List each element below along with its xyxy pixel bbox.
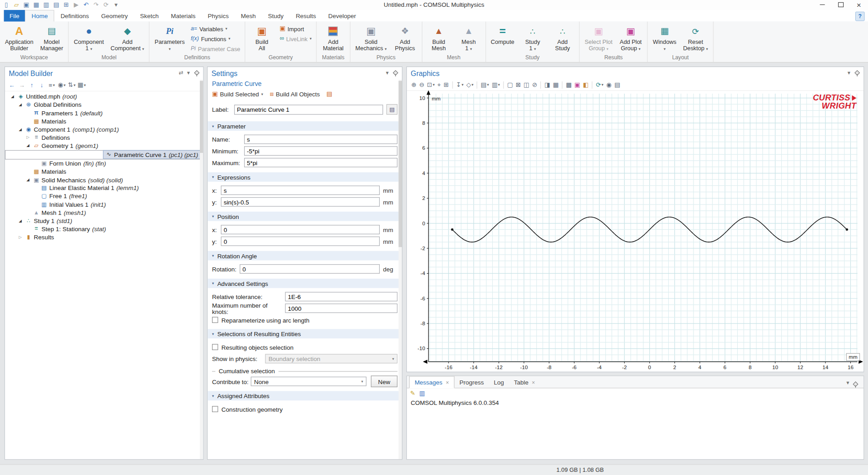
position-y-input[interactable] bbox=[221, 237, 380, 246]
menu-tab-sketch[interactable]: Sketch bbox=[134, 10, 165, 21]
tree-item-global-definitions[interactable]: ◢⊕Global Definitions bbox=[5, 101, 203, 109]
zoom-in-icon[interactable]: ⊕ bbox=[410, 80, 417, 90]
close-button[interactable]: × bbox=[850, 0, 868, 10]
move-up-icon[interactable]: ↑ bbox=[28, 81, 36, 90]
add-component-button[interactable]: ◆AddComponent ▾ bbox=[108, 23, 147, 54]
panel-menu-icon[interactable]: ▾ bbox=[386, 71, 388, 76]
parameter-maximum-input[interactable] bbox=[244, 158, 397, 167]
build-all-objects-button[interactable]: ⧈Build All Objects bbox=[270, 90, 320, 97]
parameter-case-button[interactable]: PiParameter Case bbox=[189, 44, 242, 53]
rotation-angle-rotation-input[interactable] bbox=[240, 264, 380, 274]
tab-close-icon[interactable]: × bbox=[446, 379, 449, 385]
section-header-position[interactable]: ▾Position bbox=[208, 212, 402, 221]
tree-item-step-1-stationary[interactable]: =Step 1: Stationary(stat) bbox=[5, 225, 203, 233]
move-down-icon[interactable]: ↓ bbox=[38, 81, 46, 90]
model-manager-button[interactable]: ▤ModelManager bbox=[37, 23, 66, 54]
panel-menu-icon[interactable]: ▾ bbox=[187, 71, 190, 76]
tree-open-arrow-icon[interactable]: ◢ bbox=[25, 178, 31, 182]
maximize-button[interactable] bbox=[831, 0, 849, 10]
toggle-sidebar-icon[interactable]: ⇄ bbox=[179, 71, 183, 76]
parameter-name-input[interactable] bbox=[244, 135, 397, 144]
tab-messages[interactable]: Messages× bbox=[409, 376, 454, 388]
plot-area[interactable]: -16-14-12-10-8-6-4-202468101214161086420… bbox=[407, 89, 863, 371]
refresh-icon[interactable]: ⟳▾ bbox=[595, 80, 605, 90]
menu-tab-home[interactable]: Home bbox=[25, 10, 54, 22]
build-all-button[interactable]: ▣BuildAll bbox=[247, 23, 276, 54]
tree-item-geometry-1[interactable]: ◢▱Geometry 1(geom1) bbox=[5, 142, 203, 150]
scene-settings-icon[interactable]: ▥▾ bbox=[491, 80, 501, 90]
tree-open-arrow-icon[interactable]: ◢ bbox=[9, 95, 15, 99]
contribute-to-select[interactable]: None▾ bbox=[251, 377, 367, 386]
redo-icon[interactable]: ↷ bbox=[92, 0, 100, 9]
tree-item-parametric-curve-1[interactable]: ∿Parametric Curve 1(pc1) (pc1) bbox=[5, 150, 203, 159]
tree-item-study-1[interactable]: ◢∴Study 1(std1) bbox=[5, 217, 203, 225]
tree-item-linear-elastic-material-1[interactable]: ▤Linear Elastic Material 1(lemm1) bbox=[5, 184, 203, 192]
material-rendering-icon[interactable]: ◧ bbox=[582, 80, 590, 90]
panel-menu-icon[interactable]: ▾ bbox=[848, 71, 850, 76]
menu-tab-developer[interactable]: Developer bbox=[322, 10, 362, 21]
duplicate-icon[interactable]: ⊞ bbox=[62, 0, 70, 9]
toolbar-options-icon[interactable]: ▾ bbox=[112, 0, 120, 9]
tree-closed-arrow-icon[interactable]: ▷ bbox=[25, 135, 31, 140]
open-file-icon[interactable]: ▱ bbox=[12, 0, 20, 9]
back-icon[interactable]: ← bbox=[8, 81, 16, 90]
add-material-button[interactable]: AddMaterial bbox=[319, 23, 348, 54]
copy-icon[interactable]: ▥ bbox=[42, 0, 50, 9]
adjacent-select-icon[interactable]: ◫ bbox=[523, 80, 531, 90]
resulting-objects-selection-checkbox[interactable] bbox=[212, 344, 218, 350]
settings-scrollbar[interactable] bbox=[399, 80, 402, 459]
view-orientation-icon[interactable]: ◇▾ bbox=[465, 80, 475, 90]
show-icon[interactable]: ◉▾ bbox=[57, 81, 66, 90]
graphics-plot[interactable]: -16-14-12-10-8-6-4-202468101214161086420… bbox=[407, 89, 863, 371]
menu-tab-geometry[interactable]: Geometry bbox=[95, 10, 134, 21]
wireframe-icon[interactable]: ▦ bbox=[552, 80, 560, 90]
parameter-minimum-input[interactable] bbox=[244, 146, 397, 156]
tree-open-arrow-icon[interactable]: ◢ bbox=[25, 143, 31, 148]
tree-item-untitled-mph[interactable]: ◢◈Untitled.mph(root) bbox=[5, 92, 203, 100]
toggle-label-name-button[interactable]: ▤ bbox=[387, 104, 397, 114]
pin-panel-icon[interactable] bbox=[194, 70, 199, 76]
advanced-settings-maximum-number-of-knots-input[interactable] bbox=[285, 304, 398, 313]
zoom-selected-icon[interactable]: ⊞ bbox=[443, 80, 450, 90]
tree-item-solid-mechanics[interactable]: ◢▣Solid Mechanics(solid) (solid) bbox=[5, 176, 203, 184]
menu-tab-definitions[interactable]: Definitions bbox=[54, 10, 95, 21]
add-plot-group-button[interactable]: ▣Add PlotGroup ▾ bbox=[616, 23, 645, 54]
image-export-icon[interactable]: ▤▾ bbox=[480, 80, 490, 90]
geometry-objects-button[interactable]: ▤ bbox=[326, 91, 332, 97]
tree-open-arrow-icon[interactable]: ◢ bbox=[17, 218, 23, 223]
tab-table[interactable]: Table× bbox=[509, 377, 540, 388]
tab-progress[interactable]: Progress bbox=[454, 377, 489, 388]
clear-messages-icon[interactable]: ✎ bbox=[410, 390, 415, 396]
columns-icon[interactable]: ▦▾ bbox=[77, 81, 85, 90]
menu-tab-study[interactable]: Study bbox=[262, 10, 289, 21]
application-builder-button[interactable]: AApplicationBuilder bbox=[2, 23, 36, 54]
box-select-icon[interactable]: ⊠ bbox=[514, 80, 522, 90]
section-header-rotation-angle[interactable]: ▾Rotation Angle bbox=[208, 251, 402, 261]
deselect-icon[interactable]: ⊘ bbox=[531, 80, 538, 90]
label-input[interactable] bbox=[234, 104, 383, 114]
reparameterize-using-arc-length-checkbox[interactable] bbox=[212, 317, 218, 323]
tab-log[interactable]: Log bbox=[489, 377, 509, 388]
go-to-default-view-icon[interactable]: ↧▾ bbox=[455, 80, 465, 90]
functions-button[interactable]: f(x)Functions▾ bbox=[189, 34, 242, 43]
paste-icon[interactable]: ▤ bbox=[52, 0, 60, 9]
model-builder-scrollbar[interactable] bbox=[200, 80, 203, 459]
tree-item-results[interactable]: ▷▮Results bbox=[5, 233, 203, 241]
windows-button[interactable]: ▦Windows▾ bbox=[650, 23, 679, 54]
tree-item-component-1[interactable]: ◢◉Component 1(comp1) (comp1) bbox=[5, 125, 203, 133]
tree-item-parameters-1[interactable]: πParameters 1(default) bbox=[5, 109, 203, 117]
new-button[interactable]: New bbox=[371, 375, 397, 387]
zoom-extents-icon[interactable]: ⌖ bbox=[436, 80, 442, 90]
new-file-icon[interactable]: ▯ bbox=[2, 0, 10, 9]
import-button[interactable]: ▣Import bbox=[278, 24, 314, 33]
save-all-icon[interactable]: ▦ bbox=[32, 0, 40, 9]
transparency-icon[interactable]: ◨ bbox=[543, 80, 552, 90]
reset-desktop-button[interactable]: ⟳ResetDesktop ▾ bbox=[680, 23, 711, 54]
undo-icon[interactable]: ↶ bbox=[82, 0, 90, 9]
section-header-advanced-settings[interactable]: ▾Advanced Settings bbox=[208, 279, 402, 288]
copy-messages-icon[interactable]: ▥ bbox=[419, 390, 425, 396]
expressions-x-input[interactable] bbox=[221, 185, 380, 195]
expressions-y-input[interactable] bbox=[221, 197, 380, 207]
menu-tab-mesh[interactable]: Mesh bbox=[235, 10, 262, 21]
sort-icon[interactable]: ⇅▾ bbox=[67, 81, 75, 90]
